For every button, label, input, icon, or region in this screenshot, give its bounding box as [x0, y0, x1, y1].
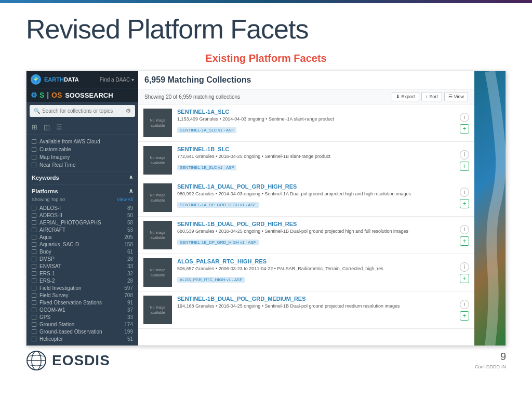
platform-checkbox[interactable]	[32, 264, 36, 269]
platform-count: 91	[127, 300, 133, 305]
platform-name: DMSP	[39, 256, 55, 262]
add-button[interactable]: +	[460, 124, 469, 134]
add-button[interactable]: +	[460, 311, 469, 321]
platform-item[interactable]: Field Investigation 597	[32, 284, 133, 291]
platform-checkbox[interactable]	[32, 293, 36, 298]
platform-item[interactable]: ERS-1 32	[32, 270, 133, 277]
platform-name: ERS-1	[39, 271, 55, 276]
platform-count: 53	[127, 227, 133, 233]
result-title[interactable]: SENTINEL-1A_SLC	[177, 109, 455, 115]
info-button[interactable]: i	[460, 113, 469, 122]
platform-item[interactable]: ERS-2 28	[32, 277, 133, 284]
filter-customizable[interactable]: Customizable	[32, 145, 133, 153]
platform-item[interactable]: GCOM-W1 37	[32, 306, 133, 313]
result-title[interactable]: SENTINEL-1B_DUAL_POL_GRD_HIGH_RES	[177, 221, 455, 227]
view-button[interactable]: ☰ View	[444, 92, 468, 101]
platform-item[interactable]: AIRCRAFT 53	[32, 226, 133, 233]
platform-item[interactable]: Helicopter 51	[32, 335, 133, 342]
platform-item[interactable]: Fixed Observation Stations 91	[32, 299, 133, 306]
info-button[interactable]: i	[460, 225, 469, 234]
platform-item[interactable]: AERIAL_PHOTOGRAPHS 58	[32, 219, 133, 226]
filter-map-imagery-checkbox[interactable]	[32, 155, 36, 159]
platform-checkbox[interactable]	[32, 315, 36, 320]
keywords-section-header[interactable]: Keywords ∧	[32, 171, 133, 182]
platform-checkbox[interactable]	[32, 286, 36, 290]
platform-item[interactable]: ENVISAT 33	[32, 262, 133, 270]
platform-item[interactable]: Aqua 205	[32, 233, 133, 241]
showing-top-label: Showing Top 50	[32, 197, 65, 202]
result-title[interactable]: SENTINEL-1A_DUAL_POL_GRD_HIGH_RES	[177, 183, 455, 190]
search-input[interactable]	[42, 108, 124, 114]
result-thumbnail: No imageavailable	[143, 258, 172, 287]
platform-item[interactable]: Field Survey 708	[32, 291, 133, 299]
platform-checkbox[interactable]	[32, 228, 36, 232]
result-title[interactable]: SENTINEL-1B_SLC	[177, 146, 455, 152]
platform-checkbox[interactable]	[32, 220, 36, 225]
platform-item[interactable]: ADEOS-II 50	[32, 211, 133, 219]
result-info: SENTINEL-1B_DUAL_POL_GRD_HIGH_RES 680,53…	[177, 221, 455, 249]
platform-checkbox[interactable]	[32, 235, 36, 240]
info-button[interactable]: i	[460, 300, 469, 309]
result-actions: i +	[460, 109, 469, 137]
platform-checkbox[interactable]	[32, 206, 36, 210]
result-tag: ALOS_PSR_RTC_HIGH v1 - ASF	[177, 277, 245, 283]
filter-near-real-time[interactable]: Near Real Time	[32, 161, 133, 169]
platform-checkbox[interactable]	[32, 278, 36, 283]
map-preview	[474, 71, 506, 345]
platforms-label: Platforms	[32, 188, 58, 194]
platform-count: 597	[124, 285, 133, 291]
platform-item[interactable]: Buoy 61	[32, 248, 133, 255]
platform-item[interactable]: DMSP 28	[32, 255, 133, 262]
platform-count: 199	[124, 329, 133, 335]
add-button[interactable]: +	[460, 236, 469, 246]
sort-button[interactable]: ↕ Sort	[421, 92, 442, 101]
grid-icon[interactable]: ⊞	[32, 123, 37, 131]
filter-aws-checkbox[interactable]	[32, 139, 36, 144]
platform-checkbox[interactable]	[32, 308, 36, 312]
soos-logo: S | OS SOOSSEARCH	[39, 91, 113, 99]
filter-map-imagery[interactable]: Map Imagery	[32, 153, 133, 161]
platforms-section-header[interactable]: Platforms ∧	[32, 184, 133, 196]
platform-checkbox[interactable]	[32, 242, 36, 247]
platform-checkbox[interactable]	[32, 329, 36, 334]
filter-customizable-label: Customizable	[39, 147, 71, 152]
add-button[interactable]: +	[460, 162, 469, 171]
platform-item[interactable]: ADEOS-I 89	[32, 204, 133, 211]
platform-item[interactable]: Ground-based Observation 199	[32, 328, 133, 335]
filter-near-real-time-checkbox[interactable]	[32, 163, 36, 167]
platform-item[interactable]: Aquarius_SAC-D 158	[32, 241, 133, 248]
info-button[interactable]: i	[460, 150, 469, 159]
platform-count: 37	[127, 307, 133, 313]
result-meta: 194,168 Granules • 2016-04-25 ongoing • …	[177, 303, 455, 310]
toolbar-buttons: ⬇ Export ↕ Sort ☰ View	[392, 92, 468, 101]
result-actions: i +	[460, 183, 469, 212]
view-all-link[interactable]: View All	[117, 197, 133, 202]
platform-checkbox[interactable]	[32, 249, 36, 254]
platform-checkbox[interactable]	[32, 322, 36, 327]
search-bar[interactable]: 🔍 ⚙	[30, 105, 135, 117]
find-daac-link[interactable]: Find a DAAC ▾	[100, 77, 134, 83]
result-actions: i +	[460, 146, 469, 175]
result-title[interactable]: SENTINEL-1B_DUAL_POL_GRD_MEDIUM_RES	[177, 296, 455, 302]
section-subtitle: Existing Platform Facets	[26, 52, 506, 64]
result-tag: SENTINEL-1B_SLC v1 - ASF	[177, 165, 236, 170]
info-button[interactable]: i	[460, 262, 469, 272]
platform-item[interactable]: GPS 33	[32, 313, 133, 321]
filter-customizable-checkbox[interactable]	[32, 147, 36, 152]
info-button[interactable]: i	[460, 188, 469, 197]
export-button[interactable]: ⬇ Export	[392, 92, 419, 101]
add-button[interactable]: +	[460, 274, 469, 283]
slide-footer: EOSDIS 9 Conf-DDDD-IN	[26, 346, 506, 371]
platform-checkbox[interactable]	[32, 300, 36, 305]
filter-aws[interactable]: Available from AWS Cloud	[32, 138, 133, 145]
result-title[interactable]: ALOS_PALSAR_RTC_HIGH_RES	[177, 258, 455, 264]
results-list: No imageavailable SENTINEL-1A_SLC 1,153,…	[138, 104, 474, 345]
platform-checkbox[interactable]	[32, 257, 36, 261]
list-icon[interactable]: ☰	[56, 123, 62, 131]
platform-checkbox[interactable]	[32, 337, 36, 341]
add-button[interactable]: +	[460, 199, 469, 208]
platform-checkbox[interactable]	[32, 213, 36, 218]
platform-checkbox[interactable]	[32, 271, 36, 276]
map-icon[interactable]: ◫	[44, 123, 50, 131]
platform-item[interactable]: Ground Station 174	[32, 321, 133, 328]
